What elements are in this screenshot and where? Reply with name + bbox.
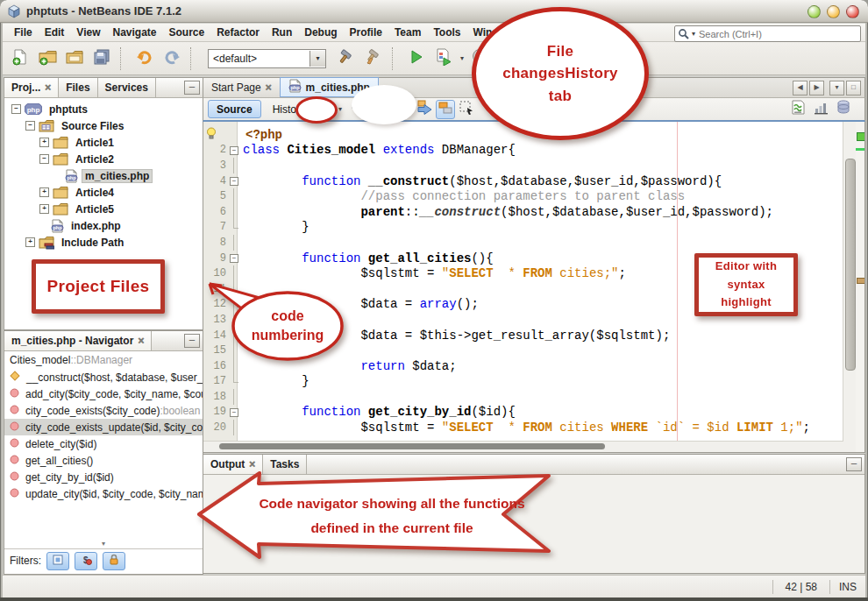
navigator-item[interactable]: __construct($host, $database, $user_id [4,369,203,385]
fold-margin[interactable]: − [228,251,239,266]
menu-view[interactable]: View [70,25,106,40]
dropdown-caret-icon[interactable]: ▾ [460,54,464,62]
new-file-button[interactable] [8,46,32,71]
tree-expander-icon[interactable]: − [39,154,49,164]
menu-team[interactable]: Team [388,25,427,40]
scrollbar-thumb[interactable] [845,159,856,371]
fold-margin[interactable] [228,204,239,220]
menu-edit[interactable]: Edit [39,25,71,40]
tree-expander-icon[interactable]: + [25,237,35,247]
combo-dropdown-icon[interactable]: ▾ [309,51,325,67]
code-line[interactable]: 8 [203,235,864,251]
source-view-button[interactable]: Source [208,100,261,118]
maximize-window-button[interactable] [827,5,840,18]
tree-expander-icon[interactable]: + [39,204,49,214]
code-text[interactable]: $sqlstmt = "SELECT * FROM cities WHERE `… [239,421,810,435]
build-button[interactable] [334,46,359,71]
database-button[interactable] [835,101,852,118]
minimize-panel-icon[interactable]: ─ [184,81,200,95]
code-text[interactable]: parent::__construct($host,$database,$use… [239,205,773,219]
menu-navigate[interactable]: Navigate [106,25,162,40]
tree-item-article5[interactable]: +Article5 [4,201,203,217]
tree-item-include-path[interactable]: +Include Path [4,234,203,251]
menu-profile[interactable]: Profile [344,25,388,40]
run-button[interactable] [404,46,429,71]
line-number[interactable]: 9 [203,252,228,265]
code-text[interactable]: function get_all_cities(){ [239,251,494,265]
code-line[interactable]: 18 [203,389,864,405]
tree-item-article1[interactable]: +Article1 [4,134,203,151]
tree-expander-icon[interactable]: + [39,187,49,197]
fold-margin[interactable]: − [228,143,239,159]
clean-build-button[interactable] [361,46,386,71]
tree-item-m-cities-php[interactable]: phpm_cities.php [4,167,203,184]
select-rect-button[interactable] [458,101,475,118]
undo-button[interactable] [132,46,157,71]
menu-file[interactable]: File [8,25,39,40]
tree-item-article2[interactable]: −Article2 [4,151,203,167]
error-stripe[interactable] [856,122,864,452]
code-line[interactable]: 20 $sqlstmt = "SELECT * FROM cities WHER… [203,420,864,435]
scroll-tabs-right-icon[interactable]: ▶ [809,81,824,95]
code-fold-icon[interactable]: − [230,146,238,155]
line-number[interactable]: 7 [203,221,228,233]
code-fold-icon[interactable]: − [230,177,238,186]
menu-run[interactable]: Run [266,25,298,40]
line-number[interactable]: 5 [203,190,228,202]
navigator-item[interactable]: add_city($city_code, $city_name, $coun [4,385,203,402]
quick-search[interactable]: ▾ [674,25,861,42]
code-line[interactable]: 6 parent::__construct($host,$database,$u… [203,204,864,220]
code-line[interactable]: 19− function get_city_by_id($id){ [203,405,864,421]
code-text[interactable]: <?php [242,128,282,142]
tree-item-source-files[interactable]: −Source Files [4,117,203,134]
memory-button[interactable] [812,101,829,118]
editor-vscrollbar[interactable] [843,122,856,452]
code-text[interactable]: } [239,374,309,388]
menu-debug[interactable]: Debug [298,25,343,40]
code-text[interactable]: function __construct($host,$database,$us… [239,174,722,188]
fields-filter-button[interactable]: $ [75,552,97,570]
code-fold-icon[interactable]: − [230,408,238,417]
line-number[interactable]: 2 [203,144,228,156]
navigator-item[interactable]: get_city_by_id($id) [4,469,203,485]
navigator-item[interactable]: delete_city($id) [4,435,203,452]
code-line[interactable]: 2−class Cities_model extends DBManager{ [203,143,864,159]
navigator-item[interactable]: city_code_exists($city_code):boolean [4,402,203,419]
maximize-editor-icon[interactable]: □ [846,81,861,95]
tree-expander-icon[interactable]: − [11,104,21,114]
fold-margin[interactable] [228,220,239,236]
code-text[interactable]: //pass connection parameters to parent c… [239,189,685,203]
line-number[interactable]: 4 [203,175,228,187]
search-input[interactable] [697,28,857,40]
open-project-button[interactable] [62,46,87,71]
close-window-button[interactable] [846,5,859,18]
tree-expander-icon[interactable]: + [39,138,49,147]
tree-item-index-php[interactable]: phpindex.php [4,217,203,234]
code-text[interactable]: function get_city_by_id($id){ [239,405,516,419]
config-combobox[interactable]: <default>▾ [208,49,326,68]
fold-margin[interactable] [228,374,239,390]
line-number[interactable]: 8 [203,237,228,249]
fold-margin[interactable] [228,158,239,173]
tab-projects[interactable]: Proj... ❌︎ [4,78,59,97]
tab-start-page[interactable]: Start Page ❌︎ [203,78,281,97]
fold-margin[interactable] [228,235,239,251]
minimize-window-button[interactable] [808,5,821,18]
scrollbar-thumb[interactable] [219,443,605,449]
line-number[interactable]: 18 [203,391,228,403]
fold-margin[interactable]: − [228,405,239,421]
navigator-class-row[interactable]: Cities_model::DBManager [4,351,203,369]
non-public-filter-button[interactable] [103,552,125,570]
code-text[interactable]: class Cities_model extends DBManager{ [239,143,516,157]
code-line[interactable]: 3 [203,158,864,173]
line-number[interactable]: 6 [203,206,228,218]
code-line[interactable]: 17 } [203,374,864,390]
line-number[interactable]: 3 [203,159,228,172]
code-fold-icon[interactable]: − [230,254,238,263]
tab-list-dropdown-icon[interactable]: ▾ [829,81,844,95]
menu-refactor[interactable]: Refactor [210,25,266,40]
toggle-bookmark-button[interactable] [436,100,455,119]
fold-margin[interactable] [228,420,239,435]
editor-hscrollbar[interactable] [203,441,843,452]
fold-margin[interactable]: − [228,173,239,189]
